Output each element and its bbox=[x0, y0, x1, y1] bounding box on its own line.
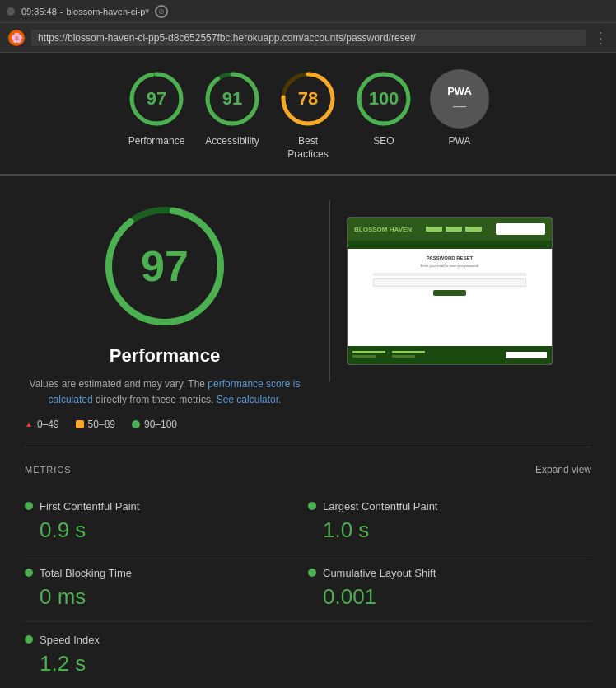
metrics-header: METRICS Expand view bbox=[25, 464, 591, 475]
performance-header: 97 Performance Values are estimated and … bbox=[25, 200, 591, 429]
pwa-dash: — bbox=[453, 100, 466, 113]
desc-text-2: directly from these metrics. bbox=[96, 394, 217, 405]
thumb-submit bbox=[433, 290, 466, 296]
metric-item-tbt: Total Blocking Time 0 ms bbox=[25, 555, 308, 622]
cls-name-row: Cumulative Layout Shift bbox=[308, 567, 591, 579]
best-practices-label: BestPractices bbox=[287, 135, 328, 161]
score-circle-best-practices: 78 bbox=[278, 69, 338, 129]
legend-item-green: 90–100 bbox=[132, 419, 177, 430]
title-bar-chevron: ▾ bbox=[145, 6, 150, 16]
lcp-name: Largest Contentful Paint bbox=[323, 500, 437, 512]
scores-section: 97 Performance 91 Accessibility 78 BestP… bbox=[0, 53, 616, 176]
green-circle-icon bbox=[132, 420, 140, 428]
score-item-seo[interactable]: 100 SEO bbox=[354, 69, 413, 148]
cls-value: 0.001 bbox=[323, 584, 591, 610]
calculator-link[interactable]: See calculator. bbox=[217, 394, 282, 405]
legend-range-green: 90–100 bbox=[144, 419, 177, 430]
metrics-divider bbox=[25, 447, 591, 447]
main-content: 97 Performance Values are estimated and … bbox=[0, 176, 616, 688]
title-bar: 09:35:48 - blossom-haven-ci-p ▾ ⊘ bbox=[0, 0, 616, 23]
best-practices-score: 78 bbox=[298, 88, 318, 110]
url-input[interactable] bbox=[31, 30, 586, 46]
tbt-name: Total Blocking Time bbox=[40, 567, 132, 579]
thumb-footer-col-2 bbox=[392, 351, 425, 359]
thumb-footer-btn bbox=[506, 352, 547, 358]
desc-text: Values are estimated and may vary. The bbox=[30, 378, 208, 390]
metrics-grid: First Contentful Paint 0.9 s Largest Con… bbox=[25, 489, 591, 688]
tbt-dot bbox=[25, 569, 33, 577]
score-item-performance[interactable]: 97 Performance bbox=[127, 69, 186, 148]
screenshot-thumbnail: BLOSSOM HAVEN PASSWORD RESET Enter your … bbox=[347, 217, 553, 365]
si-name: Speed Index bbox=[40, 634, 100, 646]
big-score-number: 97 bbox=[141, 241, 189, 291]
expand-view-button[interactable]: Expand view bbox=[535, 464, 591, 475]
si-dot bbox=[25, 635, 33, 644]
si-name-row: Speed Index bbox=[25, 634, 308, 646]
fcp-name: First Contentful Paint bbox=[40, 500, 139, 512]
thumb-input bbox=[373, 278, 526, 287]
pwa-circle: PWA — bbox=[430, 69, 489, 129]
performance-title: Performance bbox=[25, 345, 305, 367]
thumb-search bbox=[496, 223, 545, 235]
fcp-name-row: First Contentful Paint bbox=[25, 500, 308, 512]
metric-item-lcp: Largest Contentful Paint 1.0 s bbox=[308, 489, 591, 555]
score-circle-accessibility: 91 bbox=[203, 69, 262, 129]
pwa-label: PWA bbox=[449, 135, 471, 148]
legend-range-red: 0–49 bbox=[37, 419, 59, 430]
metric-item-si: Speed Index 1.2 s bbox=[25, 622, 308, 688]
yellow-square-icon bbox=[76, 420, 84, 428]
accessibility-label: Accessibility bbox=[205, 135, 259, 148]
score-item-accessibility[interactable]: 91 Accessibility bbox=[203, 69, 262, 148]
score-circle-performance: 97 bbox=[127, 69, 186, 129]
thumb-subtitle: Enter your email to reset your password bbox=[354, 264, 545, 268]
performance-description: Values are estimated and may vary. The p… bbox=[25, 377, 305, 408]
title-bar-separator: - bbox=[60, 7, 63, 16]
thumb-nav-3 bbox=[465, 227, 482, 232]
thumb-banner bbox=[348, 241, 552, 249]
accessibility-score: 91 bbox=[222, 88, 242, 110]
score-item-best-practices[interactable]: 78 BestPractices bbox=[278, 69, 338, 161]
title-bar-title: blossom-haven-ci-p bbox=[67, 7, 146, 16]
thumb-body: PASSWORD RESET Enter your email to reset… bbox=[348, 249, 552, 339]
fcp-dot bbox=[25, 502, 33, 510]
thumb-nav-2 bbox=[446, 227, 462, 232]
score-circle-seo: 100 bbox=[354, 69, 413, 129]
url-bar: 🌸 ⋮ bbox=[0, 23, 616, 53]
legend-item-red: ▲ 0–49 bbox=[25, 419, 59, 430]
thumb-footer-col-1 bbox=[352, 351, 385, 359]
title-bar-icons bbox=[7, 7, 15, 16]
score-item-pwa[interactable]: PWA — PWA bbox=[430, 69, 489, 148]
right-panel: BLOSSOM HAVEN PASSWORD RESET Enter your … bbox=[329, 200, 553, 381]
lcp-dot bbox=[308, 502, 316, 510]
legend-item-yellow: 50–89 bbox=[76, 419, 115, 430]
thumb-footer-line-4 bbox=[392, 355, 415, 358]
vertical-divider bbox=[329, 200, 330, 381]
metric-item-fcp: First Contentful Paint 0.9 s bbox=[25, 489, 308, 555]
thumb-footer-line-3 bbox=[392, 351, 425, 353]
seo-label: SEO bbox=[373, 135, 394, 148]
menu-icon[interactable]: ⋮ bbox=[593, 29, 608, 47]
legend-range-yellow: 50–89 bbox=[88, 419, 115, 430]
thumb-header: BLOSSOM HAVEN bbox=[348, 218, 552, 241]
legend: ▲ 0–49 50–89 90–100 bbox=[25, 419, 305, 430]
lcp-name-row: Largest Contentful Paint bbox=[308, 500, 591, 512]
performance-score: 97 bbox=[147, 88, 166, 110]
seo-score: 100 bbox=[369, 88, 399, 110]
window-dot bbox=[7, 7, 15, 16]
cls-dot bbox=[308, 569, 316, 577]
si-value: 1.2 s bbox=[40, 651, 308, 676]
site-icon: 🌸 bbox=[8, 30, 25, 46]
metric-item-cls: Cumulative Layout Shift 0.001 bbox=[308, 555, 591, 622]
pwa-text: PWA bbox=[447, 85, 472, 97]
thumb-logo: BLOSSOM HAVEN bbox=[354, 226, 412, 233]
thumb-nav-1 bbox=[426, 227, 442, 232]
thumb-nav bbox=[426, 227, 482, 232]
metrics-title: METRICS bbox=[25, 465, 72, 475]
performance-label: Performance bbox=[128, 135, 185, 148]
thumb-page-title: PASSWORD RESET bbox=[354, 255, 545, 260]
lcp-value: 1.0 s bbox=[323, 517, 591, 543]
tbt-value: 0 ms bbox=[40, 584, 308, 610]
title-bar-time: 09:35:48 bbox=[21, 7, 57, 16]
title-bar-close-icon[interactable]: ⊘ bbox=[155, 5, 168, 18]
red-triangle-icon: ▲ bbox=[25, 419, 33, 428]
